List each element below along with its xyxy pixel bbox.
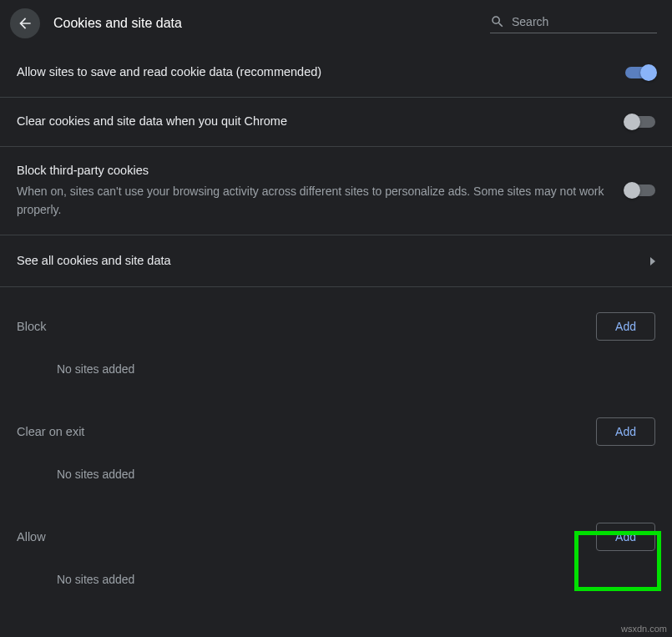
section-title: Block	[17, 320, 46, 333]
setting-clear-on-quit: Clear cookies and site data when you qui…	[0, 98, 672, 147]
allow-empty-message: No sites added	[0, 564, 672, 603]
add-clear-on-exit-button[interactable]: Add	[596, 417, 655, 446]
page-title: Cookies and site data	[53, 16, 477, 31]
section-allow-header: Allow Add	[0, 498, 672, 564]
see-all-cookies-link[interactable]: See all cookies and site data	[0, 235, 672, 288]
section-title: Clear on exit	[17, 425, 84, 438]
toggle-clear-on-quit[interactable]	[625, 116, 655, 128]
clear-on-exit-empty-message: No sites added	[0, 459, 672, 498]
add-allow-button[interactable]: Add	[596, 523, 655, 551]
search-field[interactable]	[490, 14, 657, 33]
section-clear-on-exit-header: Clear on exit Add	[0, 392, 672, 459]
toggle-block-third-party[interactable]	[625, 185, 655, 196]
watermark: wsxdn.com	[621, 624, 667, 634]
nav-label: See all cookies and site data	[17, 252, 171, 270]
section-block-header: Block Add	[0, 287, 672, 354]
toggle-allow-cookies[interactable]	[625, 67, 655, 78]
setting-label: Clear cookies and site data when you qui…	[17, 113, 605, 131]
arrow-left-icon	[17, 15, 33, 32]
section-title: Allow	[17, 530, 46, 543]
search-icon	[490, 14, 505, 29]
setting-block-third-party: Block third-party cookies When on, sites…	[0, 147, 672, 235]
setting-label: Block third-party cookies	[17, 162, 605, 180]
setting-label: Allow sites to save and read cookie data…	[17, 63, 605, 82]
add-block-button[interactable]: Add	[596, 312, 655, 341]
chevron-right-icon	[650, 257, 655, 265]
back-button[interactable]	[10, 8, 40, 38]
setting-allow-cookies: Allow sites to save and read cookie data…	[0, 48, 672, 98]
setting-description: When on, sites can't use your browsing a…	[17, 183, 605, 219]
search-input[interactable]	[512, 15, 657, 28]
block-empty-message: No sites added	[0, 354, 672, 392]
